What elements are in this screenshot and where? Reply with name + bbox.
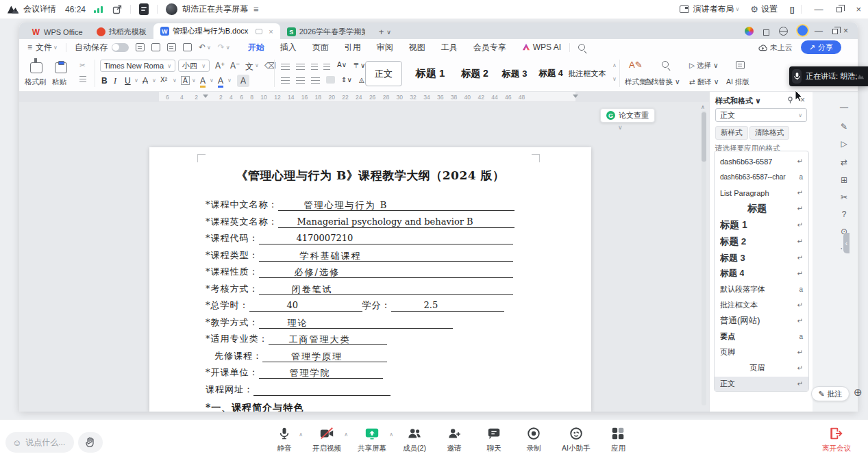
share-screen-button[interactable]: 共享屏幕∧ (358, 426, 386, 453)
highlight-pen-button[interactable]: A (200, 76, 206, 88)
tab-reference[interactable]: 引用 (345, 42, 361, 53)
style-item[interactable]: 标题↵ (715, 201, 808, 216)
copy-icon[interactable] (79, 76, 86, 84)
number-list-icon[interactable] (296, 64, 305, 71)
scrollbar-thumb[interactable] (702, 112, 706, 162)
italic-button[interactable]: I (114, 76, 116, 86)
tab-home[interactable]: 开始 (248, 42, 264, 53)
settings-button[interactable]: 设置 (761, 3, 778, 15)
tab-spreadsheet[interactable]: S 2026学年春季学期第一周课表 (1)管 (280, 25, 372, 39)
font-color-button[interactable]: A (218, 76, 223, 88)
chevron-up-icon[interactable]: ∧ (344, 431, 348, 438)
align-right-icon[interactable] (311, 77, 320, 85)
swap-icon[interactable]: ⇄ (837, 158, 851, 167)
style-item[interactable]: 标题 2↵ (715, 234, 808, 249)
tab-wps-ai[interactable]: WPS AI (522, 42, 561, 53)
window-maximize-button[interactable] (836, 7, 842, 12)
scroll-up-icon[interactable]: ∧ (701, 104, 705, 110)
style-item[interactable]: 默认段落字体a (715, 282, 808, 297)
zoom-plus-icon[interactable]: ⊕ (854, 386, 863, 399)
leave-meeting-button[interactable]: 离开会议 (822, 426, 851, 453)
tab-list-chevron-icon[interactable]: ∨ (386, 29, 391, 36)
pinyin-guide-icon[interactable]: 文 (245, 61, 253, 73)
increase-font-icon[interactable]: A⁺ (215, 61, 225, 71)
export-icon[interactable] (183, 43, 192, 51)
font-name-select[interactable]: Times New Roma∨ (100, 60, 175, 72)
style-item[interactable]: 标题 1↵ (715, 218, 808, 232)
wps-minimize-button[interactable]: — (815, 26, 823, 36)
workspace-icon[interactable] (763, 29, 769, 36)
gallery-up-icon[interactable]: ∧ (612, 62, 617, 68)
style-heading1[interactable]: 标题 1 (410, 61, 451, 86)
tab-close-icon[interactable]: × (269, 27, 273, 36)
chevron-up-icon[interactable]: ∧ (389, 431, 393, 438)
wps-close-button[interactable]: × (843, 26, 848, 36)
align-left-icon[interactable] (281, 77, 290, 85)
bold-button[interactable]: B (101, 76, 108, 86)
start-video-button[interactable]: 开启视频∧ (312, 426, 341, 453)
ai-typeset-button[interactable]: AI 排版 (726, 77, 749, 87)
invite-button[interactable]: 邀请 (443, 426, 466, 453)
style-item[interactable]: 标题 3↵ (715, 251, 808, 265)
decrease-indent-icon[interactable] (311, 64, 318, 71)
tab-current-document[interactable]: W 管理心理与行为B.docx × (153, 23, 280, 39)
indent-marker[interactable] (203, 95, 208, 98)
paste-icon[interactable] (55, 62, 67, 73)
format-painter-icon[interactable] (30, 62, 42, 73)
paper-check-chevron-icon[interactable]: ∨ (618, 124, 623, 131)
style-item[interactable]: 页脚↵ (715, 345, 808, 360)
undo-icon[interactable]: ↶ (199, 42, 206, 52)
paper-check-button[interactable]: G 论文查重 (600, 108, 655, 123)
cjk-layout-icon[interactable]: 〒∨ (354, 61, 365, 71)
window-minimize-button[interactable]: — (814, 4, 823, 14)
style-item[interactable]: List Paragraph↵ (715, 186, 808, 200)
select-tool-button[interactable]: ▷ 选择 ∨ (689, 61, 719, 71)
open-external-icon[interactable] (112, 5, 122, 14)
grid-icon[interactable]: ⊞ (837, 175, 851, 185)
tab-wps-home[interactable]: W WPS Office (25, 25, 90, 39)
pin-icon[interactable] (786, 97, 794, 104)
redo-icon[interactable]: ↷ (218, 42, 225, 52)
style-item[interactable]: dash6b63-6587--chara (715, 170, 808, 184)
collapse-icon[interactable]: — (837, 103, 851, 112)
save-icon[interactable] (136, 43, 145, 51)
superscript-button[interactable]: X² (160, 76, 167, 84)
comment-bubble-icon[interactable] (256, 29, 262, 34)
globe-icon[interactable] (779, 27, 788, 36)
comment-button[interactable]: ✎批注 (811, 386, 850, 401)
char-shading-button[interactable]: A (181, 76, 190, 85)
style-item[interactable]: 普通(网站)↵ (715, 314, 808, 328)
font-size-select[interactable]: 小四∨ (178, 60, 210, 72)
highlight-button[interactable]: A (237, 75, 249, 87)
document-page[interactable]: 《管理心理与行为 B》课程教学大纲（2024 版） *课程中文名称：管理心理与行… (149, 147, 591, 412)
increase-indent-icon[interactable] (323, 64, 330, 71)
tab-docer-templates[interactable]: 找稻壳模板 (90, 25, 153, 39)
record-button[interactable]: 录制 (522, 426, 545, 453)
apps-button[interactable]: 应用 (606, 426, 630, 453)
line-spacing-icon[interactable]: ⇕∨ (341, 76, 352, 84)
cut-icon[interactable]: ✂ (79, 61, 86, 69)
window-close-button[interactable]: × (856, 4, 861, 14)
tab-view[interactable]: 视图 (409, 42, 425, 53)
style-normal[interactable]: 正文 (365, 61, 402, 86)
clip-icon[interactable]: ✂ (837, 192, 851, 202)
style-item[interactable]: dash6b63-6587↵ (715, 154, 808, 168)
strikethrough-button[interactable]: A (142, 76, 148, 86)
print-preview-icon[interactable] (151, 43, 160, 51)
align-center-icon[interactable] (296, 77, 305, 85)
account-avatar[interactable] (797, 25, 808, 36)
ai-assistant-button[interactable]: AI小助手 (562, 426, 590, 453)
tab-review[interactable]: 审阅 (377, 42, 393, 53)
tab-member[interactable]: 会员专享 (473, 42, 506, 53)
layout-selector[interactable]: 演讲者布局 (693, 3, 734, 15)
autosave-toggle[interactable] (112, 43, 129, 52)
style-item[interactable]: 要点a (715, 329, 808, 344)
cloud-status[interactable]: 未上云 (758, 42, 793, 53)
raise-hand-button[interactable] (78, 432, 103, 453)
style-heading4[interactable]: 标题 4 (534, 61, 567, 86)
new-tab-button[interactable]: + (379, 27, 384, 37)
style-item-selected[interactable]: 正文↵ (715, 377, 808, 391)
fullscreen-icon[interactable]: [ ] (790, 5, 793, 14)
new-style-button[interactable]: 新样式 (715, 126, 748, 140)
find-replace-button[interactable]: 查找替换 ∨ (644, 77, 680, 87)
